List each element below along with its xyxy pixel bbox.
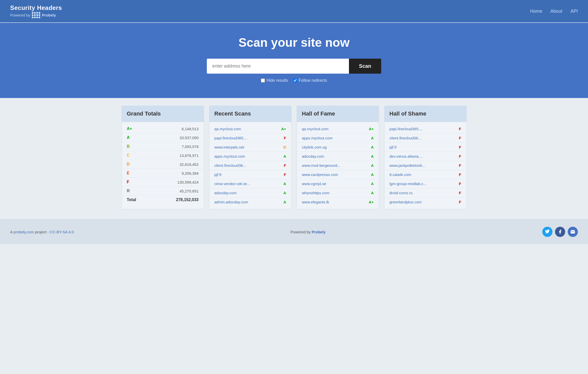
grade-badge: F xyxy=(459,191,461,195)
scan-button[interactable]: Scan xyxy=(349,59,381,74)
hide-results-checkbox[interactable] xyxy=(261,78,265,83)
grade-label: A+ xyxy=(127,126,132,131)
site-link[interactable]: client.firecloud36... xyxy=(390,136,421,140)
site-link[interactable]: www.interpals.net xyxy=(214,145,244,149)
follow-redirects-checkbox[interactable] xyxy=(293,78,297,83)
site-link[interactable]: citylink.com.sg xyxy=(302,145,327,149)
list-item: www.elegants.lk A+ xyxy=(297,198,379,206)
grade-badge: A xyxy=(371,163,374,168)
site-link[interactable]: qa.myclout.com xyxy=(214,127,241,131)
grade-badge: F xyxy=(459,182,461,186)
grand-totals-body: A+ 6,148,513 A 33,537,050 B 7,093,578 C … xyxy=(122,122,204,207)
hall-of-shame-header: Hall of Shame xyxy=(384,106,466,122)
list-item: www.msd-tiergesund... A xyxy=(297,161,379,170)
site-link[interactable]: whynohttps.com xyxy=(302,191,329,195)
site-link[interactable]: papi.firecloud365.... xyxy=(390,127,423,131)
site-link[interactable]: lgm-group-medlab.c... xyxy=(390,182,427,186)
twitter-button[interactable] xyxy=(542,227,552,237)
grade-badge: D xyxy=(283,145,286,149)
footer-left: A probely.com project - CC-BY-SA 4.0 xyxy=(10,230,74,234)
powered-by-label: Powered by xyxy=(10,13,30,17)
site-link[interactable]: pjf.fr xyxy=(214,172,222,177)
list-item: 8.caiwik.com F xyxy=(384,170,466,179)
list-item: greenlandplus.com F xyxy=(384,198,466,206)
table-row: D 32,619,452 xyxy=(122,160,204,169)
facebook-button[interactable] xyxy=(555,227,565,237)
email-icon xyxy=(570,229,575,234)
grade-badge: F xyxy=(459,163,461,168)
table-row: A 33,537,050 xyxy=(122,133,204,142)
cards-grid: Grand Totals A+ 6,148,513 A 33,537,050 B… xyxy=(122,106,467,209)
brand-title: Security Headers xyxy=(10,4,62,11)
grade-label: R xyxy=(127,189,130,193)
grade-badge: A+ xyxy=(281,127,286,131)
site-link[interactable]: www.elegants.lk xyxy=(302,200,329,204)
grade-badge: A+ xyxy=(369,127,374,131)
site-link[interactable]: apps.myclout.com xyxy=(214,154,245,158)
nav-about[interactable]: About xyxy=(550,9,562,14)
site-link[interactable]: pjf.fr xyxy=(390,145,397,149)
list-item: qa.myclout.com A+ xyxy=(209,124,291,134)
url-input[interactable] xyxy=(207,59,349,74)
grade-badge: F xyxy=(459,200,461,204)
site-link[interactable]: www.msd-tiergesund... xyxy=(302,163,341,168)
site-link[interactable]: www.jackpotbetonli... xyxy=(390,163,425,168)
site-link[interactable]: 8.caiwik.com xyxy=(390,172,411,177)
site-link[interactable]: client.firecloud36... xyxy=(214,163,246,168)
hide-results-label[interactable]: Hide results xyxy=(261,78,288,83)
grade-label: F xyxy=(127,180,129,184)
site-link[interactable]: adocday.com xyxy=(214,191,237,195)
grade-count: 13,676,971 xyxy=(179,153,198,158)
site-link[interactable]: apps.myclout.com xyxy=(302,136,333,140)
grade-label: E xyxy=(127,171,130,175)
grade-count: 7,093,578 xyxy=(182,144,199,149)
site-link[interactable]: qa.myclout.com xyxy=(302,127,329,131)
nav-home[interactable]: Home xyxy=(530,9,542,14)
hall-of-fame-header: Hall of Fame xyxy=(297,106,379,122)
site-link[interactable]: greenlandplus.com xyxy=(390,200,422,204)
probely-link[interactable]: probely.com xyxy=(13,230,34,234)
list-item: admin.adocday.com A xyxy=(209,198,291,206)
grade-label: A xyxy=(127,135,130,140)
probely-footer-link[interactable]: Probely xyxy=(312,230,326,234)
site-link[interactable]: adocday.com xyxy=(302,154,324,158)
site-link[interactable]: www.cardpresso.com xyxy=(302,172,338,177)
hero-title: Scan your site now xyxy=(5,36,583,50)
email-button[interactable] xyxy=(568,227,578,237)
table-row: C 13,676,971 xyxy=(122,151,204,160)
brand-subtitle: Powered by Probely xyxy=(10,12,62,18)
hall-of-shame-body: papi.firecloud365.... F client.firecloud… xyxy=(384,122,466,209)
grade-badge: F xyxy=(459,154,461,158)
grade-count: 278,152,033 xyxy=(176,198,199,202)
list-item: citylink.com.sg A xyxy=(297,143,379,152)
scan-form: Scan xyxy=(5,59,583,74)
grade-badge: A xyxy=(371,191,374,195)
grade-badge: A xyxy=(283,154,286,158)
table-row: R 45,270,651 xyxy=(122,187,204,196)
grade-badge: F xyxy=(459,136,461,140)
list-item: www.interpals.net D xyxy=(209,143,291,152)
site-link[interactable]: www.cgmj4.se xyxy=(302,182,326,186)
follow-redirects-label[interactable]: Follow redirects xyxy=(293,78,327,83)
list-item: apps.myclout.com A xyxy=(297,134,379,143)
nav-links: Home About API xyxy=(530,9,578,14)
footer: A probely.com project - CC-BY-SA 4.0 Pow… xyxy=(0,219,588,244)
nav-api[interactable]: API xyxy=(570,9,578,14)
site-link[interactable]: dev.venus.altavia.... xyxy=(390,154,423,158)
grade-count: 33,537,050 xyxy=(179,136,198,140)
grade-count: 9,206,394 xyxy=(182,171,199,175)
site-link[interactable]: droid-comz.ru xyxy=(390,191,413,195)
list-item: adocday.com A xyxy=(297,152,379,161)
site-link[interactable]: cima-vendor-cdn.te... xyxy=(214,182,250,186)
recent-scans-body: qa.myclout.com A+ papi.firecloud365.... … xyxy=(209,122,291,209)
list-item: whynohttps.com A xyxy=(297,188,379,198)
grade-label: Total xyxy=(127,198,136,202)
table-row: E 9,206,394 xyxy=(122,169,204,178)
site-link[interactable]: admin.adocday.com xyxy=(214,200,248,204)
footer-center: Powered by Probely xyxy=(291,230,326,234)
list-item: apps.myclout.com A xyxy=(209,152,291,161)
license-link[interactable]: CC-BY-SA 4.0 xyxy=(50,230,74,234)
grade-badge: F xyxy=(459,172,461,177)
site-link[interactable]: papi.firecloud365.... xyxy=(214,136,248,140)
twitter-icon xyxy=(545,229,550,234)
